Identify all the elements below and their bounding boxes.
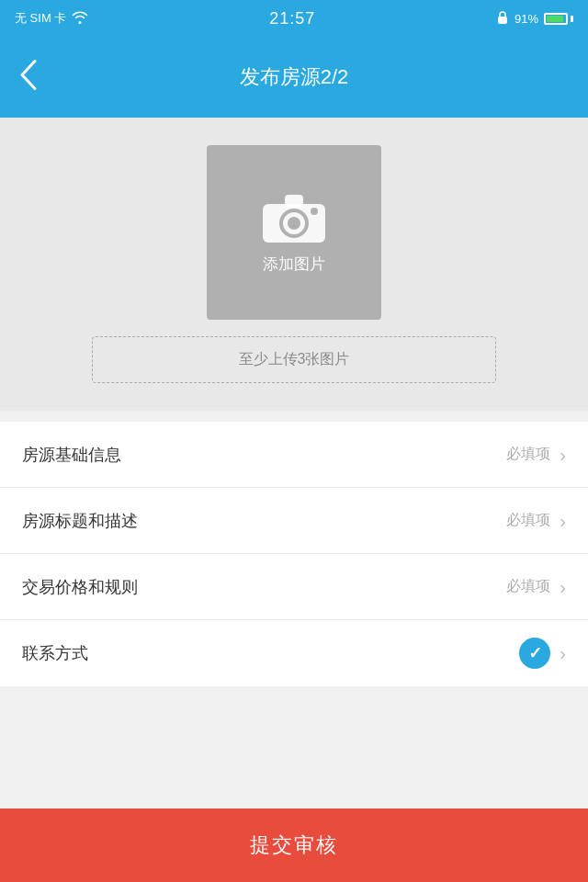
back-button[interactable] [18, 58, 39, 97]
list-item-right: 必填项 › [506, 577, 566, 596]
required-badge: 必填项 [506, 577, 550, 596]
list-item-label: 交易价格和规则 [22, 576, 138, 598]
svg-rect-0 [498, 17, 507, 24]
upload-label: 添加图片 [263, 254, 325, 275]
list-item-label: 房源标题和描述 [22, 510, 138, 532]
chevron-right-icon: › [560, 578, 566, 596]
list-item-price-rules[interactable]: 交易价格和规则 必填项 › [0, 554, 588, 620]
battery-icon [544, 13, 573, 25]
svg-point-4 [288, 217, 300, 230]
check-circle-icon: ✓ [519, 638, 550, 669]
status-bar: 无 SIM 卡 21:57 91% [0, 0, 588, 37]
camera-icon [261, 191, 327, 244]
chevron-right-icon: › [560, 512, 566, 530]
photo-section: 添加图片 至少上传3张图片 [0, 118, 588, 411]
submit-section: 提交审核 [0, 808, 588, 882]
list-item-label: 房源基础信息 [22, 444, 121, 466]
page-title: 发布房源2/2 [240, 63, 349, 91]
list-item-right: 必填项 › [506, 445, 566, 464]
list-item-contact[interactable]: 联系方式 ✓ › [0, 620, 588, 686]
chevron-right-icon: › [560, 644, 566, 662]
required-badge: 必填项 [506, 511, 550, 530]
list-section: 房源基础信息 必填项 › 房源标题和描述 必填项 › 交易价格和规则 必填项 ›… [0, 422, 588, 686]
list-item-right: 必填项 › [506, 511, 566, 530]
checkmark: ✓ [528, 643, 542, 663]
status-left: 无 SIM 卡 [15, 10, 88, 27]
list-item-basic-info[interactable]: 房源基础信息 必填项 › [0, 422, 588, 488]
status-right: 91% [496, 10, 573, 28]
lock-icon [496, 10, 509, 28]
carrier-text: 无 SIM 卡 [15, 10, 66, 27]
list-item-right: ✓ › [519, 638, 566, 669]
photo-upload-button[interactable]: 添加图片 [207, 145, 381, 320]
battery-percent: 91% [514, 12, 538, 26]
status-time: 21:57 [269, 9, 315, 28]
nav-bar: 发布房源2/2 [0, 37, 588, 118]
photo-hint: 至少上传3张图片 [92, 336, 496, 383]
list-item-title-desc[interactable]: 房源标题和描述 必填项 › [0, 488, 588, 554]
chevron-right-icon: › [560, 446, 566, 464]
list-item-label: 联系方式 [22, 642, 88, 664]
required-badge: 必填项 [506, 445, 550, 464]
submit-button[interactable]: 提交审核 [0, 808, 588, 882]
svg-point-5 [311, 208, 318, 215]
wifi-icon [72, 11, 88, 27]
svg-rect-2 [285, 195, 303, 208]
